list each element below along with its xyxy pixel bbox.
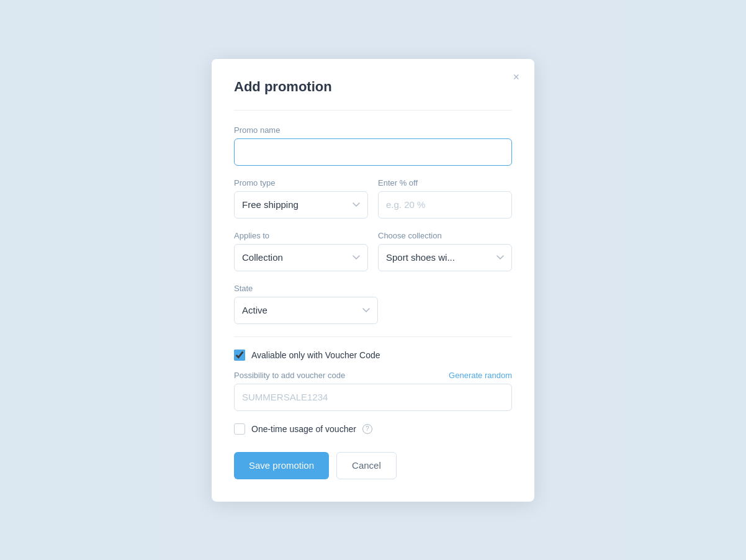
promo-type-row: Promo type Free shipping Percentage off … [234, 178, 512, 219]
promo-type-select[interactable]: Free shipping Percentage off Fixed amoun… [234, 191, 368, 219]
save-promotion-button[interactable]: Save promotion [234, 452, 329, 479]
voucher-code-header: Possibility to add voucher code Generate… [234, 371, 512, 380]
add-promotion-dialog: × Add promotion Promo name Promo type Fr… [212, 59, 534, 502]
actions-row: Save promotion Cancel [234, 452, 512, 479]
voucher-checkbox-row: Avaliable only with Voucher Code [234, 350, 512, 361]
applies-to-row: Applies to Collection All products Speci… [234, 231, 512, 271]
applies-to-group: Applies to Collection All products Speci… [234, 231, 368, 271]
dialog-overlay: × Add promotion Promo name Promo type Fr… [0, 0, 746, 560]
one-time-label: One-time usage of voucher [251, 424, 356, 434]
cancel-button[interactable]: Cancel [336, 452, 397, 479]
choose-collection-label: Choose collection [378, 231, 512, 240]
promo-name-label: Promo name [234, 125, 512, 135]
applies-to-label: Applies to [234, 231, 368, 240]
one-time-row: One-time usage of voucher ? [234, 423, 512, 435]
close-button[interactable]: × [510, 69, 522, 85]
generate-random-button[interactable]: Generate random [449, 371, 512, 380]
divider-bottom [234, 336, 512, 337]
dialog-title: Add promotion [234, 79, 512, 95]
voucher-code-input[interactable] [234, 384, 512, 411]
choose-collection-select[interactable]: Sport shoes wi... [378, 244, 512, 271]
enter-percent-group: Enter % off [378, 178, 512, 219]
voucher-code-label: Possibility to add voucher code [234, 371, 345, 380]
state-group: State Active Inactive [234, 284, 378, 324]
enter-percent-input[interactable] [378, 191, 512, 219]
promo-name-input[interactable] [234, 138, 512, 166]
choose-collection-group: Choose collection Sport shoes wi... [378, 231, 512, 271]
voucher-code-group: Possibility to add voucher code Generate… [234, 371, 512, 423]
help-icon[interactable]: ? [362, 424, 372, 434]
state-select[interactable]: Active Inactive [234, 297, 378, 324]
voucher-checkbox-label[interactable]: Avaliable only with Voucher Code [251, 350, 380, 360]
one-time-checkbox[interactable] [234, 423, 245, 435]
promo-type-group: Promo type Free shipping Percentage off … [234, 178, 368, 219]
promo-name-group: Promo name [234, 125, 512, 166]
promo-type-label: Promo type [234, 178, 368, 187]
divider-top [234, 110, 512, 111]
state-label: State [234, 284, 378, 293]
voucher-checkbox[interactable] [234, 350, 245, 361]
applies-to-select[interactable]: Collection All products Specific product… [234, 244, 368, 271]
enter-percent-label: Enter % off [378, 178, 512, 187]
